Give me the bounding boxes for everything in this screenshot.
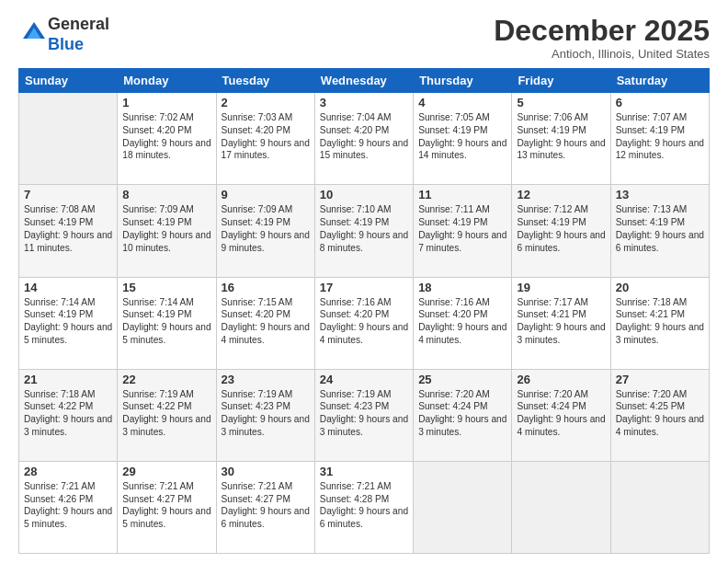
day-cell: 14Sunrise: 7:14 AMSunset: 4:19 PMDayligh… <box>19 277 118 369</box>
week-row-2: 14Sunrise: 7:14 AMSunset: 4:19 PMDayligh… <box>19 277 710 369</box>
header-friday: Friday <box>512 69 610 93</box>
day-number: 19 <box>517 281 605 294</box>
day-cell: 19Sunrise: 7:17 AMSunset: 4:21 PMDayligh… <box>512 277 610 369</box>
day-info: Sunrise: 7:02 AMSunset: 4:20 PMDaylight:… <box>122 111 210 162</box>
day-cell: 28Sunrise: 7:21 AMSunset: 4:26 PMDayligh… <box>19 461 118 553</box>
day-number: 20 <box>616 281 704 294</box>
page: General Blue December 2025 Antioch, Illi… <box>0 0 728 563</box>
day-number: 2 <box>222 96 310 109</box>
day-cell: 17Sunrise: 7:16 AMSunset: 4:20 PMDayligh… <box>314 277 413 369</box>
day-cell: 4Sunrise: 7:05 AMSunset: 4:19 PMDaylight… <box>414 93 512 185</box>
day-cell: 10Sunrise: 7:10 AMSunset: 4:19 PMDayligh… <box>314 185 413 277</box>
week-row-1: 7Sunrise: 7:08 AMSunset: 4:19 PMDaylight… <box>19 185 710 277</box>
day-info: Sunrise: 7:21 AMSunset: 4:26 PMDaylight:… <box>24 480 112 531</box>
week-row-0: 1Sunrise: 7:02 AMSunset: 4:20 PMDaylight… <box>19 93 710 185</box>
location: Antioch, Illinois, United States <box>494 47 710 61</box>
day-cell: 29Sunrise: 7:21 AMSunset: 4:27 PMDayligh… <box>118 461 216 553</box>
logo-icon <box>20 19 48 47</box>
header-monday: Monday <box>118 69 216 93</box>
day-number: 9 <box>222 188 310 201</box>
day-number: 8 <box>122 188 210 201</box>
logo-general: General <box>48 15 109 33</box>
day-cell: 3Sunrise: 7:04 AMSunset: 4:20 PMDaylight… <box>314 93 413 185</box>
day-cell: 2Sunrise: 7:03 AMSunset: 4:20 PMDaylight… <box>216 93 314 185</box>
day-info: Sunrise: 7:21 AMSunset: 4:28 PMDaylight:… <box>320 480 408 531</box>
day-number: 7 <box>24 188 112 201</box>
day-number: 29 <box>122 465 210 478</box>
day-number: 10 <box>320 188 408 201</box>
day-number: 14 <box>24 281 112 294</box>
header-row: SundayMondayTuesdayWednesdayThursdayFrid… <box>19 69 710 93</box>
day-info: Sunrise: 7:03 AMSunset: 4:20 PMDaylight:… <box>222 111 310 162</box>
day-cell: 30Sunrise: 7:21 AMSunset: 4:27 PMDayligh… <box>216 461 314 553</box>
day-cell: 7Sunrise: 7:08 AMSunset: 4:19 PMDaylight… <box>19 185 118 277</box>
day-cell: 8Sunrise: 7:09 AMSunset: 4:19 PMDaylight… <box>118 185 216 277</box>
day-info: Sunrise: 7:09 AMSunset: 4:19 PMDaylight:… <box>222 203 310 254</box>
day-cell: 31Sunrise: 7:21 AMSunset: 4:28 PMDayligh… <box>314 461 413 553</box>
day-cell: 16Sunrise: 7:15 AMSunset: 4:20 PMDayligh… <box>216 277 314 369</box>
day-number: 30 <box>222 465 310 478</box>
day-info: Sunrise: 7:17 AMSunset: 4:21 PMDaylight:… <box>517 296 605 347</box>
day-info: Sunrise: 7:13 AMSunset: 4:19 PMDaylight:… <box>616 203 704 254</box>
day-cell: 5Sunrise: 7:06 AMSunset: 4:19 PMDaylight… <box>512 93 610 185</box>
day-number: 23 <box>222 373 310 386</box>
day-number: 31 <box>320 465 408 478</box>
logo-text: General Blue <box>48 15 109 54</box>
day-info: Sunrise: 7:07 AMSunset: 4:19 PMDaylight:… <box>616 111 704 162</box>
day-cell: 26Sunrise: 7:20 AMSunset: 4:24 PMDayligh… <box>512 369 610 461</box>
day-cell: 22Sunrise: 7:19 AMSunset: 4:22 PMDayligh… <box>118 369 216 461</box>
day-cell: 6Sunrise: 7:07 AMSunset: 4:19 PMDaylight… <box>610 93 709 185</box>
day-info: Sunrise: 7:16 AMSunset: 4:20 PMDaylight:… <box>418 296 506 347</box>
day-cell: 18Sunrise: 7:16 AMSunset: 4:20 PMDayligh… <box>414 277 512 369</box>
day-info: Sunrise: 7:20 AMSunset: 4:25 PMDaylight:… <box>616 388 704 439</box>
day-cell: 25Sunrise: 7:20 AMSunset: 4:24 PMDayligh… <box>414 369 512 461</box>
day-info: Sunrise: 7:12 AMSunset: 4:19 PMDaylight:… <box>517 203 605 254</box>
day-number: 12 <box>517 188 605 201</box>
day-number: 11 <box>418 188 506 201</box>
logo: General Blue <box>18 15 109 54</box>
week-row-3: 21Sunrise: 7:18 AMSunset: 4:22 PMDayligh… <box>19 369 710 461</box>
day-cell: 21Sunrise: 7:18 AMSunset: 4:22 PMDayligh… <box>19 369 118 461</box>
header-thursday: Thursday <box>414 69 512 93</box>
day-info: Sunrise: 7:18 AMSunset: 4:22 PMDaylight:… <box>24 388 112 439</box>
header-sunday: Sunday <box>19 69 118 93</box>
day-info: Sunrise: 7:11 AMSunset: 4:19 PMDaylight:… <box>418 203 506 254</box>
title-block: December 2025 Antioch, Illinois, United … <box>494 15 710 61</box>
day-number: 15 <box>122 281 210 294</box>
day-info: Sunrise: 7:21 AMSunset: 4:27 PMDaylight:… <box>222 480 310 531</box>
day-cell <box>610 461 709 553</box>
day-cell: 13Sunrise: 7:13 AMSunset: 4:19 PMDayligh… <box>610 185 709 277</box>
day-info: Sunrise: 7:09 AMSunset: 4:19 PMDaylight:… <box>122 203 210 254</box>
day-info: Sunrise: 7:19 AMSunset: 4:23 PMDaylight:… <box>222 388 310 439</box>
day-number: 25 <box>418 373 506 386</box>
day-cell <box>19 93 118 185</box>
day-cell: 12Sunrise: 7:12 AMSunset: 4:19 PMDayligh… <box>512 185 610 277</box>
day-info: Sunrise: 7:14 AMSunset: 4:19 PMDaylight:… <box>24 296 112 347</box>
day-cell: 1Sunrise: 7:02 AMSunset: 4:20 PMDaylight… <box>118 93 216 185</box>
day-number: 21 <box>24 373 112 386</box>
day-info: Sunrise: 7:04 AMSunset: 4:20 PMDaylight:… <box>320 111 408 162</box>
month-title: December 2025 <box>494 15 710 47</box>
day-info: Sunrise: 7:19 AMSunset: 4:23 PMDaylight:… <box>320 388 408 439</box>
calendar: SundayMondayTuesdayWednesdayThursdayFrid… <box>18 68 710 554</box>
day-number: 16 <box>222 281 310 294</box>
day-number: 5 <box>517 96 605 109</box>
day-info: Sunrise: 7:21 AMSunset: 4:27 PMDaylight:… <box>122 480 210 531</box>
calendar-header: SundayMondayTuesdayWednesdayThursdayFrid… <box>19 69 710 93</box>
day-number: 13 <box>616 188 704 201</box>
day-number: 18 <box>418 281 506 294</box>
calendar-body: 1Sunrise: 7:02 AMSunset: 4:20 PMDaylight… <box>19 93 710 554</box>
day-cell: 27Sunrise: 7:20 AMSunset: 4:25 PMDayligh… <box>610 369 709 461</box>
day-cell: 15Sunrise: 7:14 AMSunset: 4:19 PMDayligh… <box>118 277 216 369</box>
day-cell <box>414 461 512 553</box>
day-number: 17 <box>320 281 408 294</box>
day-number: 22 <box>122 373 210 386</box>
day-number: 28 <box>24 465 112 478</box>
week-row-4: 28Sunrise: 7:21 AMSunset: 4:26 PMDayligh… <box>19 461 710 553</box>
day-info: Sunrise: 7:14 AMSunset: 4:19 PMDaylight:… <box>122 296 210 347</box>
logo-blue: Blue <box>48 35 84 53</box>
header-wednesday: Wednesday <box>314 69 413 93</box>
day-info: Sunrise: 7:20 AMSunset: 4:24 PMDaylight:… <box>418 388 506 439</box>
day-info: Sunrise: 7:16 AMSunset: 4:20 PMDaylight:… <box>320 296 408 347</box>
day-number: 1 <box>122 96 210 109</box>
